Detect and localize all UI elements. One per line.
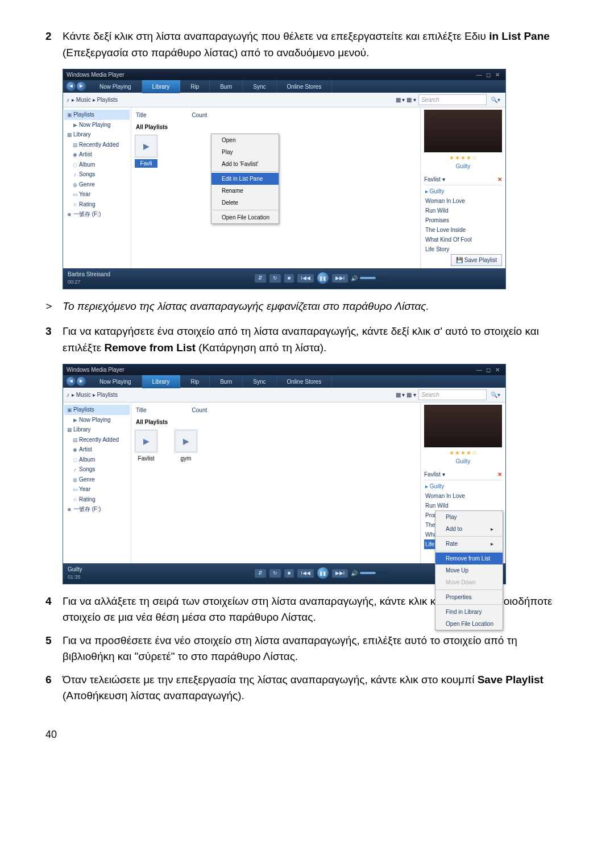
menu-move-down[interactable]: Move Down — [435, 576, 503, 588]
volume-icon[interactable]: 🔊 — [351, 274, 358, 283]
volume-slider[interactable] — [360, 572, 388, 574]
next-button[interactable]: ▶▶I — [331, 273, 349, 284]
tab-sync[interactable]: Sync — [243, 80, 276, 93]
next-button[interactable]: ▶▶I — [331, 568, 349, 579]
menu-open[interactable]: Open — [211, 134, 279, 146]
tab-rip[interactable]: Rip — [180, 375, 210, 388]
col-count[interactable]: Count — [192, 406, 208, 414]
menu-remove-from-list[interactable]: Remove from List — [435, 553, 503, 564]
repeat-button[interactable]: ↻ — [269, 568, 281, 579]
menu-add-to[interactable]: Add to 'Favlist' — [211, 158, 279, 170]
tree-songs: ♪Songs — [64, 169, 130, 180]
col-count[interactable]: Count — [192, 111, 208, 119]
track-item[interactable]: Run Wild — [424, 501, 502, 510]
step-body: Κάντε δεξί κλικ στη λίστα αναπαραγωγής π… — [63, 28, 569, 61]
menu-properties[interactable]: Properties — [435, 591, 503, 603]
forward-icon[interactable]: ► — [77, 377, 86, 386]
shuffle-button[interactable]: ⇵ — [254, 273, 267, 284]
playlist-name[interactable]: Favlist ▾ — [424, 175, 445, 184]
tab-library[interactable]: Library — [142, 375, 181, 388]
tab-burn[interactable]: Burn — [210, 80, 243, 93]
tab-library[interactable]: Library — [142, 80, 181, 93]
menu-rate[interactable]: Rate▸ — [435, 538, 503, 550]
library-tree[interactable]: ▣Playlists ▶Now Playing ▦Library ▤Recent… — [63, 402, 131, 563]
track-item[interactable]: Woman In Love — [424, 491, 502, 501]
play-pause-button[interactable]: ▮▮ — [317, 567, 329, 579]
nav-back-forward[interactable]: ◄ ► — [63, 377, 89, 386]
track-item[interactable]: Woman In Love — [424, 196, 502, 206]
menu-move-up[interactable]: Move Up — [435, 564, 503, 576]
close-list-icon[interactable]: ✕ — [497, 470, 502, 479]
minimize-icon[interactable]: — — [475, 70, 484, 77]
playlist-thumb[interactable]: ▶ Favli — [135, 135, 157, 168]
stop-button[interactable]: ■ — [284, 568, 294, 579]
menu-play[interactable]: Play — [435, 511, 503, 523]
volume-slider[interactable] — [360, 277, 388, 279]
column-headers[interactable]: Title Count — [135, 110, 417, 122]
window-titlebar: Windows Media Player —◻✕ — [63, 364, 505, 375]
view-toggles[interactable]: ▦ ▾ ▦ ▾ — [396, 391, 416, 399]
minimize-icon[interactable]: — — [475, 366, 484, 372]
tab-rip[interactable]: Rip — [180, 80, 210, 93]
library-tree[interactable]: ▣Playlists ▶Now Playing ▦Library ▤Recent… — [63, 107, 131, 268]
track-item[interactable]: What Kind Of Fool — [424, 235, 502, 244]
tab-now-playing[interactable]: Now Playing — [89, 80, 142, 93]
tab-burn[interactable]: Burn — [210, 375, 243, 388]
track-item[interactable]: Run Wild — [424, 206, 502, 215]
close-list-icon[interactable]: ✕ — [497, 175, 502, 184]
maximize-icon[interactable]: ◻ — [484, 70, 493, 77]
back-icon[interactable]: ◄ — [67, 82, 76, 91]
tab-online-stores[interactable]: Online Stores — [277, 375, 333, 388]
tab-online-stores[interactable]: Online Stores — [277, 80, 333, 93]
menu-delete[interactable]: Delete — [211, 197, 279, 209]
maximize-icon[interactable]: ◻ — [484, 366, 493, 372]
save-playlist-button[interactable]: 💾 Save Playlist — [451, 254, 502, 266]
window-buttons[interactable]: —◻✕ — [475, 70, 502, 79]
playlist-name[interactable]: Favlist ▾ — [424, 470, 445, 479]
volume-icon[interactable]: 🔊 — [351, 569, 358, 578]
breadcrumb[interactable]: ▸ Music ▸ Playlists — [72, 95, 118, 104]
col-title[interactable]: Title — [136, 111, 147, 119]
track-item[interactable]: ▸ Guilty — [424, 481, 502, 491]
playlist-thumb[interactable]: ▶ Favlist — [135, 430, 157, 463]
col-title[interactable]: Title — [136, 406, 147, 414]
search-input[interactable]: Search — [418, 389, 487, 400]
shuffle-button[interactable]: ⇵ — [254, 568, 267, 579]
menu-play[interactable]: Play — [211, 146, 279, 158]
search-icon[interactable]: 🔍▾ — [489, 391, 502, 399]
menu-rename[interactable]: Rename — [211, 185, 279, 197]
search-icon[interactable]: 🔍▾ — [489, 95, 502, 104]
menu-find-in-library[interactable]: Find in Library — [435, 606, 503, 618]
track-item[interactable]: ▸ Guilty — [424, 186, 502, 196]
view-toggles[interactable]: ▦ ▾ ▦ ▾ — [396, 95, 416, 104]
prev-button[interactable]: I◀◀ — [297, 273, 314, 284]
track-item[interactable]: Life Story — [424, 244, 502, 254]
menu-add-to[interactable]: Add to▸ — [435, 523, 503, 535]
close-icon[interactable]: ✕ — [493, 366, 502, 372]
column-headers[interactable]: Title Count — [135, 405, 417, 417]
play-pause-button[interactable]: ▮▮ — [317, 272, 329, 284]
menu-open-file-location[interactable]: Open File Location — [211, 211, 279, 223]
playlist-thumb[interactable]: ▶ gym — [175, 430, 197, 463]
menu-open-file-location[interactable]: Open File Location — [435, 618, 503, 630]
tab-sync[interactable]: Sync — [243, 375, 276, 388]
forward-icon[interactable]: ► — [77, 82, 86, 91]
window-buttons[interactable]: —◻✕ — [475, 366, 502, 374]
rating-stars[interactable]: ★★★★☆ — [424, 448, 502, 457]
tab-now-playing[interactable]: Now Playing — [89, 375, 142, 388]
back-icon[interactable]: ◄ — [67, 377, 76, 386]
rating-stars[interactable]: ★★★★☆ — [424, 153, 502, 162]
track-context-menu[interactable]: Play Add to▸ Rate▸ Remove from List Move… — [435, 510, 503, 630]
nav-back-forward[interactable]: ◄ ► — [63, 82, 89, 91]
menu-edit-list-pane[interactable]: Edit in List Pane — [211, 173, 279, 185]
step-body: Όταν τελειώσετε με την επεξεργασία της λ… — [63, 672, 569, 704]
close-icon[interactable]: ✕ — [493, 70, 502, 77]
stop-button[interactable]: ■ — [284, 273, 294, 284]
track-item[interactable]: Promises — [424, 215, 502, 225]
repeat-button[interactable]: ↻ — [269, 273, 281, 284]
breadcrumb[interactable]: ▸ Music ▸ Playlists — [72, 391, 118, 399]
track-item[interactable]: The Love Inside — [424, 225, 502, 235]
prev-button[interactable]: I◀◀ — [297, 568, 314, 579]
context-menu[interactable]: Open Play Add to 'Favlist' Edit in List … — [211, 134, 279, 224]
search-input[interactable]: Search — [418, 94, 487, 105]
